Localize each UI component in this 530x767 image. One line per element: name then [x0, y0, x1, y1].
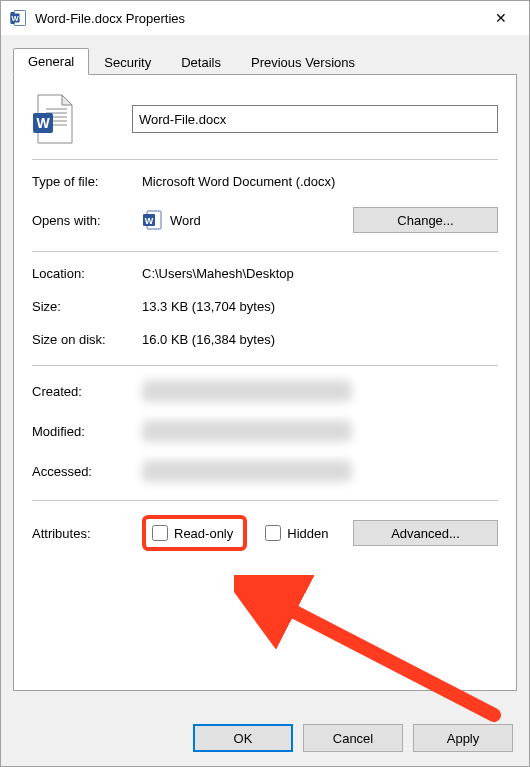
- hidden-checkbox-wrap[interactable]: Hidden: [265, 525, 328, 541]
- accessed-label: Accessed:: [32, 464, 142, 479]
- svg-line-14: [258, 593, 494, 715]
- general-tab-panel: W Type of file: Microsoft Word Document …: [13, 74, 517, 691]
- file-header-row: W: [32, 93, 498, 145]
- tab-details[interactable]: Details: [166, 49, 236, 75]
- close-icon: ✕: [495, 10, 507, 26]
- accessed-row: Accessed:: [32, 460, 498, 482]
- svg-text:W: W: [36, 115, 50, 131]
- opens-with-label: Opens with:: [32, 213, 142, 228]
- ok-button[interactable]: OK: [193, 724, 293, 752]
- advanced-button[interactable]: Advanced...: [353, 520, 498, 546]
- dialog-footer: OK Cancel Apply: [1, 710, 529, 766]
- document-icon: W: [32, 93, 76, 145]
- change-button[interactable]: Change...: [353, 207, 498, 233]
- attributes-label: Attributes:: [32, 526, 142, 541]
- close-button[interactable]: ✕: [481, 2, 521, 34]
- size-on-disk-row: Size on disk: 16.0 KB (16,384 bytes): [32, 332, 498, 347]
- divider: [32, 251, 498, 252]
- svg-text:W: W: [145, 216, 154, 226]
- size-on-disk-value: 16.0 KB (16,384 bytes): [142, 332, 498, 347]
- type-of-file-row: Type of file: Microsoft Word Document (.…: [32, 174, 498, 189]
- opens-with-row: Opens with: W Word Change...: [32, 207, 498, 233]
- modified-value-redacted: [142, 420, 352, 442]
- size-row: Size: 13.3 KB (13,704 bytes): [32, 299, 498, 314]
- divider: [32, 500, 498, 501]
- accessed-value-redacted: [142, 460, 352, 482]
- created-value-redacted: [142, 380, 352, 402]
- dialog-content: General Security Details Previous Versio…: [1, 35, 529, 710]
- annotation-arrow: [234, 575, 514, 725]
- type-label: Type of file:: [32, 174, 142, 189]
- location-label: Location:: [32, 266, 142, 281]
- cancel-button[interactable]: Cancel: [303, 724, 403, 752]
- word-app-icon: W: [9, 9, 27, 27]
- created-label: Created:: [32, 384, 142, 399]
- tab-security[interactable]: Security: [89, 49, 166, 75]
- size-on-disk-label: Size on disk:: [32, 332, 142, 347]
- divider: [32, 365, 498, 366]
- apply-button[interactable]: Apply: [413, 724, 513, 752]
- window-title: Word-File.docx Properties: [35, 11, 481, 26]
- properties-dialog: W Word-File.docx Properties ✕ General Se…: [0, 0, 530, 767]
- readonly-highlight: Read-only: [142, 515, 247, 551]
- size-label: Size:: [32, 299, 142, 314]
- opens-with-value: Word: [170, 213, 201, 228]
- modified-row: Modified:: [32, 420, 498, 442]
- readonly-checkbox[interactable]: [152, 525, 168, 541]
- divider: [32, 159, 498, 160]
- word-program-icon: W: [142, 210, 162, 230]
- filename-input[interactable]: [132, 105, 498, 133]
- location-row: Location: C:\Users\Mahesh\Desktop: [32, 266, 498, 281]
- tab-strip: General Security Details Previous Versio…: [13, 45, 517, 75]
- tab-previous-versions[interactable]: Previous Versions: [236, 49, 370, 75]
- hidden-checkbox[interactable]: [265, 525, 281, 541]
- location-value: C:\Users\Mahesh\Desktop: [142, 266, 498, 281]
- titlebar: W Word-File.docx Properties ✕: [1, 1, 529, 35]
- readonly-checkbox-wrap[interactable]: Read-only: [152, 525, 233, 541]
- tab-general[interactable]: General: [13, 48, 89, 75]
- size-value: 13.3 KB (13,704 bytes): [142, 299, 498, 314]
- hidden-label: Hidden: [287, 526, 328, 541]
- type-value: Microsoft Word Document (.docx): [142, 174, 498, 189]
- attributes-row: Attributes: Read-only Hidden Advanced...: [32, 515, 498, 551]
- svg-text:W: W: [11, 14, 19, 23]
- readonly-label: Read-only: [174, 526, 233, 541]
- created-row: Created:: [32, 380, 498, 402]
- modified-label: Modified:: [32, 424, 142, 439]
